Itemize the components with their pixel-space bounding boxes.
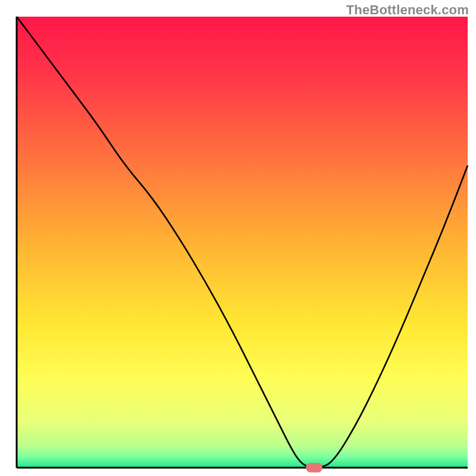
chart-container: TheBottleneck.com <box>0 0 476 476</box>
gradient-background <box>17 17 468 468</box>
optimal-point-marker <box>306 463 322 472</box>
watermark-text: TheBottleneck.com <box>346 2 469 18</box>
bottleneck-chart <box>0 0 476 476</box>
